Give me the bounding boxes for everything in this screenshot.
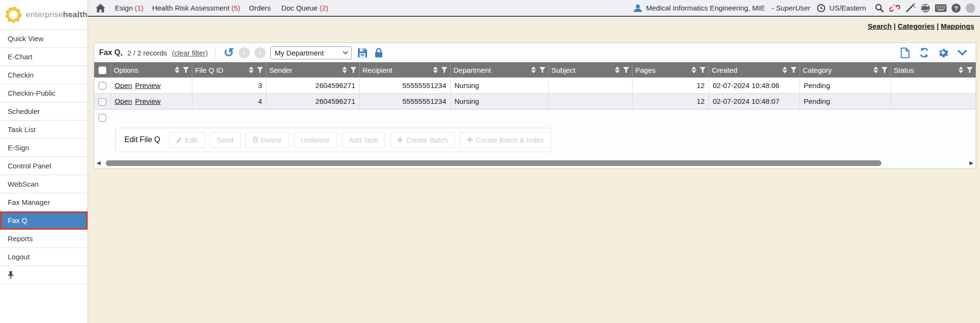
sidebar-item[interactable]: Control Panel <box>0 157 88 175</box>
edit-panel-button[interactable]: Create Batch <box>390 132 455 148</box>
filter-icon[interactable] <box>881 67 888 73</box>
sidebar-item[interactable]: Fax Manager <box>0 193 88 212</box>
table-row[interactable]: OpenPreview 4 2604596271 55555551234 Nur… <box>94 93 976 109</box>
sort-icon[interactable] <box>342 67 347 73</box>
lock-button[interactable] <box>373 47 384 58</box>
row-checkbox[interactable] <box>99 82 106 89</box>
filter-icon[interactable] <box>623 67 629 73</box>
edit-panel-button[interactable]: Delete <box>245 132 289 148</box>
column-header[interactable]: Recipient <box>359 62 450 78</box>
filter-icon[interactable] <box>183 67 189 73</box>
filter-icon[interactable] <box>791 67 797 73</box>
broken-link-button[interactable] <box>889 2 901 14</box>
topbar-nav-count: (5) <box>232 4 240 12</box>
row-checkbox[interactable] <box>99 98 106 106</box>
sidebar-pin-item[interactable] <box>0 266 88 284</box>
sidebar-item[interactable]: Quick View <box>0 30 88 48</box>
quicklink[interactable]: Search <box>868 22 898 30</box>
topbar-nav-item[interactable]: Doc Queue(2) <box>281 4 328 12</box>
column-header[interactable]: Subject <box>548 62 632 78</box>
settings-button[interactable] <box>937 47 949 58</box>
horizontal-scrollbar[interactable]: ◀ ▶ <box>94 158 976 168</box>
sort-icon[interactable] <box>958 67 963 73</box>
sidebar-item[interactable]: Checkin-Public <box>0 84 88 102</box>
user-name[interactable]: Medical Informatics Engineering, MIE <box>646 4 765 12</box>
topbar-nav-label: Doc Queue <box>281 4 318 12</box>
table-row[interactable]: OpenPreview 3 2604596271 55555551234 Nur… <box>94 78 976 93</box>
clear-filter-link[interactable]: (clear filter) <box>172 49 208 57</box>
topbar-nav-item[interactable]: Orders <box>249 4 273 12</box>
sort-icon[interactable] <box>531 67 536 73</box>
topbar-nav-item[interactable]: Esign(1) <box>115 4 144 12</box>
sort-icon[interactable] <box>249 67 254 73</box>
edit-panel-button[interactable]: Send <box>210 132 241 148</box>
gear-icon <box>938 47 948 58</box>
prev-page-button[interactable]: ‹ <box>239 47 250 58</box>
open-link[interactable]: Open <box>115 81 133 89</box>
filter-icon[interactable] <box>700 67 706 73</box>
edit-panel-button[interactable]: Edit <box>169 132 205 148</box>
filter-icon[interactable] <box>967 67 973 73</box>
scrollbar-thumb[interactable] <box>106 160 881 166</box>
sidebar-item[interactable]: Logout <box>0 248 88 266</box>
sort-icon[interactable] <box>782 67 787 73</box>
column-header[interactable]: Sender <box>266 62 359 78</box>
new-row-checkbox[interactable] <box>99 114 106 122</box>
sidebar-item[interactable]: Fax Q <box>0 212 88 230</box>
sidebar-item[interactable]: WebScan <box>0 175 88 193</box>
sort-icon[interactable] <box>691 67 696 73</box>
save-view-button[interactable] <box>356 47 368 58</box>
column-header[interactable]: File Q ID <box>192 62 266 78</box>
wand-button[interactable] <box>904 2 916 14</box>
avatar[interactable] <box>966 3 975 13</box>
column-header-label: Sender <box>269 66 292 74</box>
help-button[interactable]: ? <box>950 2 962 14</box>
search-button[interactable] <box>874 2 885 14</box>
sidebar-item[interactable]: E-Sign <box>0 139 88 157</box>
filter-icon[interactable] <box>350 67 356 73</box>
quicklink[interactable]: Categories <box>898 22 941 30</box>
quicklink[interactable]: Mappings <box>941 22 974 30</box>
department-select[interactable]: My Department <box>270 46 352 59</box>
sidebar-item[interactable]: E-Chart <box>0 48 88 66</box>
column-header[interactable]: Category <box>800 62 891 78</box>
new-document-button[interactable] <box>899 47 911 58</box>
open-link[interactable]: Open <box>115 97 133 105</box>
sort-icon[interactable] <box>873 67 878 73</box>
preview-link[interactable]: Preview <box>135 97 160 105</box>
cell-pages: 12 <box>632 78 709 93</box>
scroll-right-arrow[interactable]: ▶ <box>967 160 976 166</box>
sort-icon[interactable] <box>615 67 620 73</box>
column-header[interactable]: Pages <box>632 62 709 78</box>
cell-recipient: 55555551234 <box>359 93 450 109</box>
scroll-left-arrow[interactable]: ◀ <box>94 160 103 166</box>
column-header[interactable]: Created <box>709 62 800 78</box>
timezone-label[interactable]: US/Eastern <box>829 4 866 12</box>
home-button[interactable] <box>95 2 106 14</box>
edit-panel-button[interactable]: Add Task <box>342 132 385 148</box>
refresh-button[interactable] <box>918 47 930 58</box>
sort-icon[interactable] <box>175 67 179 73</box>
topbar-nav-item[interactable]: Health Risk Assessment(5) <box>152 4 240 12</box>
keyboard-button[interactable] <box>935 2 947 14</box>
filter-icon[interactable] <box>539 67 546 73</box>
sidebar-item[interactable]: Scheduler <box>0 102 88 121</box>
filter-icon[interactable] <box>441 67 447 73</box>
filter-icon[interactable] <box>257 67 263 73</box>
sidebar-item[interactable]: Checkin <box>0 66 88 84</box>
column-header[interactable]: Options <box>111 62 192 78</box>
edit-panel-button[interactable]: Undelete <box>294 132 337 148</box>
sort-icon[interactable] <box>433 67 438 73</box>
next-page-button[interactable]: › <box>255 47 266 58</box>
select-all-checkbox[interactable] <box>99 67 106 74</box>
column-header[interactable]: Status <box>891 62 976 78</box>
sidebar-item[interactable]: Reports <box>0 230 88 248</box>
column-header[interactable]: Department <box>450 62 548 78</box>
globe-button[interactable] <box>920 2 931 14</box>
edit-panel-button[interactable]: Create Batch & Index <box>460 132 551 148</box>
logo-text: enterprisehealth <box>26 10 88 20</box>
collapse-button[interactable] <box>957 47 968 58</box>
preview-link[interactable]: Preview <box>135 81 160 89</box>
reset-button[interactable]: ↺ <box>223 47 234 58</box>
sidebar-item[interactable]: Task List <box>0 121 88 139</box>
